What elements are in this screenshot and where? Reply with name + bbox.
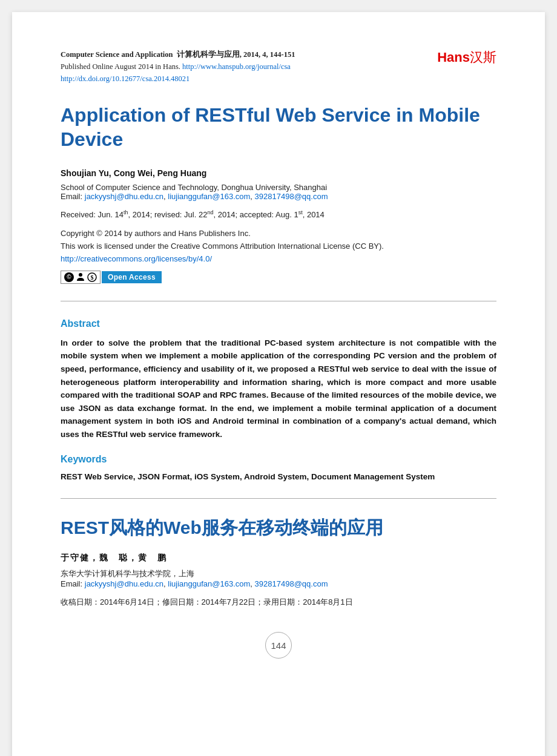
header: Computer Science and Application 计算机科学与应… [61,48,496,85]
open-access-badge: Open Access [102,271,162,283]
chinese-affiliation: 东华大学计算机科学与技术学院，上海 Email: jackyyshj@dhu.e… [61,568,496,588]
chinese-email-1[interactable]: jackyyshj@dhu.edu.cn [85,579,163,588]
received-text: Received: Jun. 14 [61,210,124,219]
journal-title: Computer Science and Application 计算机科学与应… [61,50,295,59]
article-page: Computer Science and Application 计算机科学与应… [12,12,545,756]
cc-dollar-icon: $ [87,272,97,282]
keywords-text: REST Web Service, JSON Format, iOS Syste… [61,472,496,481]
journal-pages: 144-151 [270,50,295,59]
journal-year: 2014 [243,50,259,59]
email-label: Email: [61,192,82,201]
doi-link[interactable]: http://dx.doi.org/10.12677/csa.2014.4802… [61,74,190,83]
revised-sup: nd [207,209,213,215]
copyright: Copyright © 2014 by authors and Hans Pub… [61,228,496,265]
affiliation: School of Computer Science and Technolog… [61,183,496,201]
journal-title-en: Computer Science and Application [61,50,173,59]
cc-person-icon [76,272,85,282]
divider-2 [61,498,496,499]
chinese-dates: 收稿日期：2014年6月14日；修回日期：2014年7月22日；录用日期：201… [61,597,496,608]
journal-title-cn: 计算机科学与应用 [177,50,240,59]
cc-url-link[interactable]: http://creativecommons.org/licenses/by/4… [61,254,212,263]
divider-1 [61,301,496,301]
accepted-text: , 2014; accepted: Aug. 1 [213,210,298,219]
affiliation-text: School of Computer Science and Technolog… [61,183,327,192]
revised-text: , 2014; revised: Jul. 22 [128,210,208,219]
chinese-affiliation-text: 东华大学计算机科学与技术学院，上海 [61,569,194,578]
keywords-title: Keywords [61,454,496,465]
chinese-email-3[interactable]: 392817498@qq.com [255,579,328,588]
publisher-name-en: Hans [437,50,470,65]
chinese-authors: 于守健，魏 聪，黄 鹏 [61,553,496,564]
email-2[interactable]: liujianggufan@163.com [168,192,250,201]
chinese-email-label: Email: [61,579,82,588]
cc-icon: © [64,272,74,282]
copyright-line2: This work is licensed under the Creative… [61,242,384,251]
header-left: Computer Science and Application 计算机科学与应… [61,48,295,85]
journal-volume: 4 [262,50,266,59]
publisher-name-cn: 汉斯 [470,50,496,65]
abstract-title: Abstract [61,318,496,329]
authors: Shoujian Yu, Cong Wei, Peng Huang [61,168,496,178]
journal-url-link[interactable]: http://www.hanspub.org/journal/csa [182,62,291,71]
email-3[interactable]: 392817498@qq.com [255,192,328,201]
received-dates: Received: Jun. 14th, 2014; revised: Jul.… [61,209,496,219]
keywords-section: Keywords REST Web Service, JSON Format, … [61,454,496,481]
page-number-container: 144 [61,632,496,659]
cc-icons: © $ [61,271,101,284]
publisher-logo: Hans汉斯 [437,48,496,67]
accepted-year: , 2014 [303,210,325,219]
chinese-email-2[interactable]: liujianggufan@163.com [168,579,250,588]
page-number: 144 [265,632,292,659]
received-sup: th [124,209,128,215]
accepted-sup: st [298,209,303,215]
cc-badge-container: © $ Open Access [61,271,162,284]
abstract-text: In order to solve the problem that the t… [61,337,496,441]
email-1[interactable]: jackyyshj@dhu.edu.cn [85,192,163,201]
svg-point-0 [79,273,82,277]
article-title: Application of RESTful Web Service in Mo… [61,103,496,151]
copyright-line1: Copyright © 2014 by authors and Hans Pub… [61,229,251,238]
svg-text:$: $ [91,274,94,281]
published-text: Published Online August 2014 in Hans. [61,62,180,71]
chinese-title: REST风格的Web服务在移动终端的应用 [61,516,496,539]
